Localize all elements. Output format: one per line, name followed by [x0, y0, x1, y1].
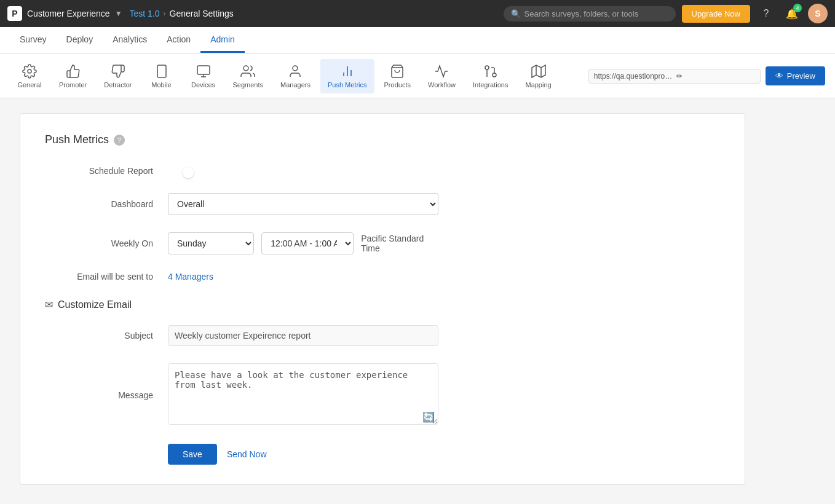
page-title: Push Metrics: [45, 133, 109, 146]
weekly-on-row: Weekly On Sunday Monday Tuesday Wednesda…: [45, 232, 720, 254]
tool-products[interactable]: Products: [377, 59, 418, 93]
tool-promoter-label: Promoter: [59, 81, 87, 89]
schedule-report-row: Schedule Report: [45, 166, 720, 176]
tool-segments[interactable]: Segments: [226, 59, 271, 93]
tab-analytics[interactable]: Analytics: [103, 28, 157, 53]
upgrade-button[interactable]: Upgrade Now: [682, 5, 751, 23]
action-buttons-row: Save Send Now: [168, 444, 720, 465]
tool-general[interactable]: General: [10, 59, 49, 93]
envelope-icon: ✉: [45, 299, 53, 310]
preview-button[interactable]: 👁 Preview: [766, 66, 825, 85]
breadcrumb-test[interactable]: Test 1.0: [130, 9, 160, 18]
workflow-icon: [434, 64, 449, 79]
topbar: P Customer Experience ▼ Test 1.0 › Gener…: [0, 0, 835, 27]
dashboard-row: Dashboard Overall Custom: [45, 193, 720, 215]
weekly-row: Sunday Monday Tuesday Wednesday Thursday…: [168, 232, 438, 254]
tool-products-label: Products: [384, 81, 411, 89]
svg-point-12: [493, 73, 496, 77]
edit-url-icon[interactable]: ✏: [676, 72, 755, 81]
topbar-right: 🔍 Upgrade Now ? 🔔 4 S: [504, 4, 828, 23]
customize-email-title: Customize Email: [58, 299, 132, 310]
tool-workflow-label: Workflow: [428, 81, 456, 89]
tool-workflow[interactable]: Workflow: [421, 59, 463, 93]
devices-icon: [196, 64, 211, 79]
eye-icon: 👁: [775, 71, 783, 81]
timezone-text: Pacific Standard Time: [361, 234, 438, 253]
tab-admin[interactable]: Admin: [200, 28, 245, 53]
tool-push-metrics-label: Push Metrics: [328, 81, 367, 89]
tool-managers-label: Managers: [280, 81, 311, 89]
subject-input[interactable]: [168, 325, 438, 346]
preview-label: Preview: [787, 71, 815, 81]
tab-action[interactable]: Action: [157, 28, 200, 53]
weekly-day-select[interactable]: Sunday Monday Tuesday Wednesday Thursday…: [168, 232, 254, 254]
mapping-icon: [531, 64, 546, 79]
mobile-icon: [154, 64, 169, 79]
save-button[interactable]: Save: [168, 444, 217, 465]
url-input-box: https://qa.questionpro.com/a/cxLogin.do?…: [588, 69, 761, 84]
app-logo[interactable]: P Customer Experience ▼: [7, 6, 122, 21]
tool-integrations-label: Integrations: [473, 81, 508, 89]
svg-point-0: [28, 69, 31, 73]
promoter-icon: [66, 64, 81, 79]
schedule-report-toggle-container: [168, 166, 438, 176]
tool-promoter[interactable]: Promoter: [52, 59, 94, 93]
send-now-button[interactable]: Send Now: [227, 449, 267, 459]
svg-point-13: [485, 66, 489, 69]
avatar-button[interactable]: S: [808, 4, 828, 23]
tool-detractor[interactable]: Detractor: [97, 59, 139, 93]
svg-rect-1: [157, 65, 166, 77]
tool-segments-label: Segments: [233, 81, 264, 89]
url-text: https://qa.questionpro.com/a/cxLogin.do?: [594, 72, 673, 81]
push-metrics-icon: [340, 64, 355, 79]
managers-icon: [288, 64, 303, 79]
tool-devices[interactable]: Devices: [184, 59, 223, 93]
refresh-icon: 🔄: [422, 411, 435, 423]
help-button[interactable]: ?: [756, 4, 776, 23]
dropdown-arrow-icon: ▼: [115, 9, 122, 18]
time-select[interactable]: 12:00 AM - 1:00 AM 1:00 AM - 2:00 AM 2:0…: [261, 232, 354, 254]
app-name: Customer Experience: [27, 9, 110, 18]
tool-mapping-label: Mapping: [525, 81, 551, 89]
tab-deploy[interactable]: Deploy: [57, 28, 103, 53]
main-content: Push Metrics ? Schedule Report Dashboard…: [0, 98, 835, 504]
tool-mobile[interactable]: Mobile: [142, 59, 181, 93]
schedule-report-label: Schedule Report: [45, 166, 168, 176]
tool-mapping[interactable]: Mapping: [518, 59, 558, 93]
dashboard-select[interactable]: Overall Custom: [168, 193, 438, 215]
products-icon: [390, 64, 405, 79]
weekly-on-controls: Sunday Monday Tuesday Wednesday Thursday…: [168, 232, 438, 254]
breadcrumb: Test 1.0 › General Settings: [130, 9, 234, 18]
search-box[interactable]: 🔍: [504, 6, 676, 22]
subject-label: Subject: [45, 331, 168, 341]
breadcrumb-separator: ›: [164, 9, 166, 18]
breadcrumb-current-page: General Settings: [170, 9, 234, 18]
notifications-button[interactable]: 🔔 4: [782, 4, 802, 23]
tool-managers[interactable]: Managers: [273, 59, 318, 93]
tool-devices-label: Devices: [191, 81, 215, 89]
managers-link[interactable]: 4 Managers: [168, 272, 213, 282]
general-icon: [22, 64, 37, 79]
page-title-row: Push Metrics ?: [45, 133, 720, 146]
email-sent-label: Email will be sent to: [45, 272, 168, 282]
logo-icon: P: [7, 6, 22, 21]
svg-rect-3: [197, 66, 210, 74]
tool-push-metrics[interactable]: Push Metrics: [320, 59, 374, 93]
tool-integrations[interactable]: Integrations: [465, 59, 515, 93]
managers-link-container: 4 Managers: [168, 272, 438, 282]
message-row: Message Please have a look at the custom…: [45, 363, 720, 427]
search-input[interactable]: [524, 9, 668, 18]
toggle-knob: [183, 167, 194, 178]
tab-survey[interactable]: Survey: [10, 28, 57, 53]
weekly-on-label: Weekly On: [45, 238, 168, 248]
tool-mobile-label: Mobile: [151, 81, 171, 89]
subject-row: Subject: [45, 325, 720, 346]
svg-point-6: [243, 66, 248, 71]
segments-icon: [240, 64, 255, 79]
message-textarea[interactable]: Please have a look at the customer exper…: [168, 363, 438, 425]
toolbar-url-area: https://qa.questionpro.com/a/cxLogin.do?…: [588, 66, 825, 85]
help-icon-button[interactable]: ?: [114, 135, 125, 146]
search-icon: 🔍: [511, 9, 521, 18]
message-label: Message: [45, 390, 168, 400]
svg-point-7: [293, 66, 298, 71]
